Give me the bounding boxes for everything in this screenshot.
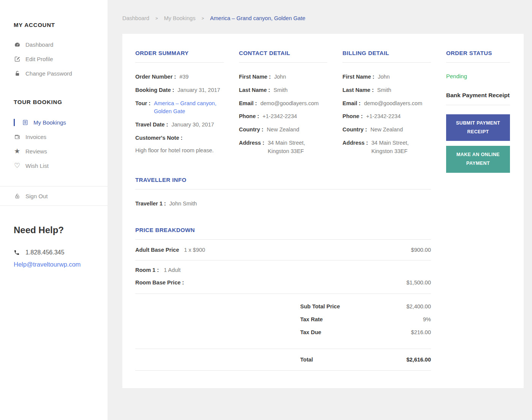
traveller-info-section: TRAVELLER INFO Traveller 1 : John Smith: [135, 177, 431, 208]
billing-email-field: Email : demo@goodlayers.com: [342, 99, 431, 108]
tour-field: Tour : America – Grand canyon, Golden Ga…: [135, 99, 224, 116]
edit-icon: [14, 55, 21, 62]
traveller-info-title: TRAVELLER INFO: [135, 177, 431, 183]
star-icon: ★: [14, 148, 21, 155]
sidebar-section-tour-booking: TOUR BOOKING My Bookings Invoices ★ Revi…: [0, 81, 108, 173]
billing-detail-title: BILLING DETAIL: [342, 50, 431, 56]
phone-icon: [14, 249, 20, 256]
sidebar-item-label: Dashboard: [25, 41, 53, 48]
contact-phone-field: Phone : +1-2342-2234: [239, 112, 328, 121]
divider: [135, 189, 431, 189]
need-help-section: Need Help? 1.828.456.345 Help@traveltour…: [0, 225, 108, 268]
sidebar-title-my-account: MY ACCOUNT: [14, 0, 100, 28]
sidebar-item-label: Change Password: [25, 70, 72, 77]
help-phone-number[interactable]: 1.828.456.345: [25, 249, 64, 256]
billing-last-name-field: Last Name : Smith: [342, 86, 431, 95]
divider: [135, 370, 431, 371]
divider: [446, 62, 510, 63]
customer-note-label: Customer's Note :: [135, 134, 224, 142]
tax-rate-row: Tax Rate 9%: [135, 313, 431, 326]
help-email-link[interactable]: Help@traveltourwp.com: [14, 261, 108, 268]
lock-icon: [14, 70, 21, 77]
breadcrumb-separator: >: [201, 16, 204, 21]
unlock-icon: [14, 193, 21, 199]
sidebar-item-edit-profile[interactable]: Edit Profile: [14, 52, 100, 66]
sidebar-item-wish-list[interactable]: ♡ Wish List: [14, 158, 100, 173]
contact-detail-section: CONTACT DETAIL First Name : John Last Na…: [239, 50, 328, 173]
divider: [342, 62, 431, 63]
traveller-1-field: Traveller 1 : John Smith: [135, 200, 431, 208]
tax-due-row: Tax Due $216.00: [135, 326, 431, 339]
heart-icon: ♡: [14, 162, 21, 169]
price-breakdown-section: PRICE BREAKDOWN Adult Base Price 1 x $90…: [135, 227, 431, 371]
customer-note-text: High floor for hotel room please.: [135, 147, 224, 153]
sidebar-item-invoices[interactable]: Invoices: [14, 129, 100, 144]
divider: [239, 62, 328, 63]
billing-country-field: Country : New Zealand: [342, 126, 431, 134]
sidebar-item-label: My Bookings: [33, 119, 66, 126]
room-base-price-row: Room Base Price : $1,500.00: [135, 279, 431, 286]
sidebar-item-my-bookings[interactable]: My Bookings: [14, 115, 100, 129]
travel-date-field: Travel Date : January 30, 2017: [135, 121, 224, 129]
bank-payment-receipt-label: Bank Payment Receipt: [446, 92, 510, 99]
booking-date-field: Booking Date : January 31, 2017: [135, 86, 224, 95]
divider: [135, 62, 224, 63]
tour-link[interactable]: America – Grand canyon, Golden Gate: [154, 99, 224, 116]
price-breakdown-title: PRICE BREAKDOWN: [135, 227, 431, 233]
dashboard-icon: [14, 41, 21, 48]
status-badge: Pending: [446, 73, 510, 79]
breadcrumb-my-bookings[interactable]: My Bookings: [164, 15, 195, 21]
sidebar-title-tour-booking: TOUR BOOKING: [14, 81, 100, 105]
make-online-payment-button[interactable]: MAKE AN ONLINE PAYMENT: [446, 146, 510, 172]
billing-first-name-field: First Name : John: [342, 73, 431, 81]
adult-base-price-row: Adult Base Price 1 x $900 $900.00: [135, 240, 431, 260]
wallet-icon: [14, 133, 21, 140]
contact-last-name-field: Last Name : Smith: [239, 86, 328, 95]
billing-detail-section: BILLING DETAIL First Name : John Last Na…: [342, 50, 431, 173]
order-status-section: ORDER STATUS Pending Bank Payment Receip…: [446, 50, 510, 173]
order-summary-title: ORDER SUMMARY: [135, 50, 224, 56]
contact-email-field: Email : demo@goodlayers.com: [239, 99, 328, 108]
sidebar-item-label: Wish List: [25, 163, 49, 169]
need-help-title: Need Help?: [14, 225, 108, 235]
sidebar: MY ACCOUNT Dashboard Edit Profile Change…: [0, 0, 108, 420]
sidebar-divider: [0, 205, 108, 206]
contact-address-field: Address : 34 Main Street, Kingston 33EF: [239, 139, 328, 156]
active-indicator: [14, 119, 15, 126]
breadcrumb-separator: >: [155, 16, 158, 21]
submit-payment-receipt-button[interactable]: SUBMIT PAYMENT RECEIPT: [446, 114, 510, 141]
divider: [446, 105, 510, 105]
billing-phone-field: Phone : +1-2342-2234: [342, 112, 431, 121]
main-content: Dashboard > My Bookings > America – Gran…: [108, 0, 532, 388]
breadcrumb-dashboard[interactable]: Dashboard: [122, 15, 149, 21]
sidebar-item-label: Reviews: [25, 148, 47, 155]
sidebar-item-label: Sign Out: [25, 193, 48, 199]
sidebar-section-my-account: MY ACCOUNT Dashboard Edit Profile Change…: [0, 0, 108, 81]
sidebar-item-sign-out[interactable]: Sign Out: [14, 186, 100, 205]
sidebar-item-reviews[interactable]: ★ Reviews: [14, 144, 100, 158]
sidebar-item-label: Invoices: [25, 134, 46, 140]
room-1-row: Room 1 : 1 Adult: [135, 267, 431, 273]
order-summary-section: ORDER SUMMARY Order Number : #39 Booking…: [135, 50, 224, 173]
sub-total-row: Sub Total Price $2,400.00: [135, 300, 431, 313]
contact-first-name-field: First Name : John: [239, 73, 328, 81]
breadcrumb: Dashboard > My Bookings > America – Gran…: [122, 15, 524, 21]
sidebar-item-change-password[interactable]: Change Password: [14, 66, 100, 81]
sidebar-item-dashboard[interactable]: Dashboard: [14, 37, 100, 52]
total-row: Total $2,616.00: [135, 349, 431, 370]
order-status-title: ORDER STATUS: [446, 50, 510, 56]
order-detail-card: ORDER SUMMARY Order Number : #39 Booking…: [122, 34, 524, 388]
bookings-icon: [22, 119, 28, 126]
billing-address-field: Address : 34 Main Street, Kingston 33EF: [342, 139, 431, 156]
sidebar-item-label: Edit Profile: [25, 56, 53, 62]
breadcrumb-current-page: America – Grand canyon, Golden Gate: [210, 15, 306, 21]
contact-detail-title: CONTACT DETAIL: [239, 50, 328, 56]
contact-country-field: Country : New Zealand: [239, 126, 328, 134]
order-number-field: Order Number : #39: [135, 73, 224, 81]
